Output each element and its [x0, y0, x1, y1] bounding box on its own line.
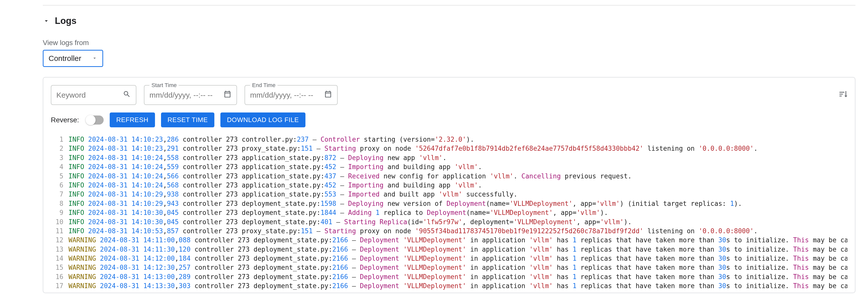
log-line: 1INFO 2024-08-31 14:10:23,286 controller…	[51, 135, 847, 144]
caret-down-icon	[92, 54, 97, 63]
line-number: 13	[51, 245, 63, 254]
calendar-icon[interactable]	[223, 90, 231, 100]
start-time-label: Start Time	[150, 82, 179, 89]
filter-row: Start Time End Time	[51, 85, 847, 105]
log-line: 8INFO 2024-08-31 14:10:29,943 controller…	[51, 199, 847, 208]
log-content: INFO 2024-08-31 14:10:30,045 controller …	[68, 208, 608, 217]
end-time-label: End Time	[250, 82, 278, 89]
line-number: 7	[51, 190, 63, 199]
line-number: 11	[51, 226, 63, 236]
chevron-down-icon	[43, 18, 50, 24]
log-content: WARNING 2024-08-31 14:12:00,184 controll…	[68, 254, 847, 263]
log-line: 14WARNING 2024-08-31 14:12:00,184 contro…	[51, 254, 847, 263]
line-number: 9	[51, 208, 63, 217]
logs-section-header[interactable]: Logs	[43, 16, 856, 26]
log-content: WARNING 2024-08-31 14:12:30,257 controll…	[68, 263, 847, 272]
log-content: INFO 2024-08-31 14:10:30,045 controller …	[68, 217, 632, 226]
line-number: 17	[51, 281, 63, 290]
refresh-button[interactable]: REFRESH	[110, 113, 155, 127]
log-content: INFO 2024-08-31 14:10:29,938 controller …	[68, 190, 518, 199]
log-line: 4INFO 2024-08-31 14:10:24,559 controller…	[51, 162, 847, 172]
search-icon[interactable]	[123, 90, 131, 100]
log-line: 10INFO 2024-08-31 14:10:30,045 controlle…	[51, 217, 847, 226]
line-number: 12	[51, 236, 63, 245]
log-line: 17WARNING 2024-08-31 14:13:30,303 contro…	[51, 281, 847, 290]
log-content: WARNING 2024-08-31 14:13:30,303 controll…	[68, 281, 847, 290]
log-content: INFO 2024-08-31 14:10:24,558 controller …	[68, 153, 446, 162]
end-time-box[interactable]: End Time	[245, 85, 338, 105]
log-line: 15WARNING 2024-08-31 14:12:30,257 contro…	[51, 263, 847, 272]
log-content: INFO 2024-08-31 14:10:29,943 controller …	[68, 199, 742, 208]
line-number: 8	[51, 199, 63, 208]
log-line: 12WARNING 2024-08-31 14:11:00,088 contro…	[51, 236, 847, 245]
start-time-box[interactable]: Start Time	[144, 85, 237, 105]
line-number: 3	[51, 153, 63, 162]
view-logs-from-label: View logs from	[43, 39, 856, 47]
keyword-input[interactable]	[56, 91, 119, 99]
log-source-value: Controller	[49, 54, 81, 63]
line-number: 6	[51, 181, 63, 190]
log-content: WARNING 2024-08-31 14:13:00,289 controll…	[68, 272, 847, 281]
line-number: 16	[51, 272, 63, 281]
calendar-icon[interactable]	[324, 90, 332, 100]
line-number: 1	[51, 135, 63, 144]
start-time-input[interactable]	[150, 91, 219, 99]
sort-icon[interactable]	[838, 90, 847, 100]
logs-panel: Start Time End Time Reverse: REFRESH RES…	[43, 77, 856, 293]
section-title: Logs	[55, 16, 76, 26]
log-line: 3INFO 2024-08-31 14:10:24,558 controller…	[51, 153, 847, 162]
line-number: 15	[51, 263, 63, 272]
log-line: 2INFO 2024-08-31 14:10:23,291 controller…	[51, 144, 847, 153]
log-source-select[interactable]: Controller	[43, 50, 103, 67]
log-line: 16WARNING 2024-08-31 14:13:00,289 contro…	[51, 272, 847, 281]
line-number: 2	[51, 144, 63, 153]
log-content: INFO 2024-08-31 14:10:23,291 controller …	[68, 144, 757, 153]
log-content: INFO 2024-08-31 14:10:23,286 controller …	[68, 135, 474, 144]
log-content: INFO 2024-08-31 14:10:24,566 controller …	[68, 172, 632, 181]
log-content: INFO 2024-08-31 14:10:24,568 controller …	[68, 181, 482, 190]
keyword-input-box[interactable]	[51, 85, 136, 105]
line-number: 14	[51, 254, 63, 263]
log-line: 9INFO 2024-08-31 14:10:30,045 controller…	[51, 208, 847, 217]
reverse-toggle[interactable]	[86, 116, 104, 125]
end-time-input[interactable]	[250, 91, 320, 99]
line-number: 5	[51, 172, 63, 181]
action-row: Reverse: REFRESH RESET TIME DOWNLOAD LOG…	[51, 113, 847, 127]
line-number: 4	[51, 162, 63, 172]
reset-time-button[interactable]: RESET TIME	[161, 113, 214, 127]
download-log-button[interactable]: DOWNLOAD LOG FILE	[220, 113, 305, 127]
log-output[interactable]: 1INFO 2024-08-31 14:10:23,286 controller…	[51, 135, 847, 292]
log-content: WARNING 2024-08-31 14:11:30,120 controll…	[68, 245, 847, 254]
log-content: INFO 2024-08-31 14:10:53,857 controller …	[68, 226, 757, 236]
log-line: 6INFO 2024-08-31 14:10:24,568 controller…	[51, 181, 847, 190]
log-line: 11INFO 2024-08-31 14:10:53,857 controlle…	[51, 226, 847, 236]
log-line: 13WARNING 2024-08-31 14:11:30,120 contro…	[51, 245, 847, 254]
log-content: WARNING 2024-08-31 14:11:00,088 controll…	[68, 236, 847, 245]
log-line: 7INFO 2024-08-31 14:10:29,938 controller…	[51, 190, 847, 199]
log-line: 5INFO 2024-08-31 14:10:24,566 controller…	[51, 172, 847, 181]
top-divider	[43, 5, 856, 5]
log-content: INFO 2024-08-31 14:10:24,559 controller …	[68, 162, 482, 172]
reverse-label: Reverse:	[51, 116, 79, 124]
line-number: 10	[51, 217, 63, 226]
